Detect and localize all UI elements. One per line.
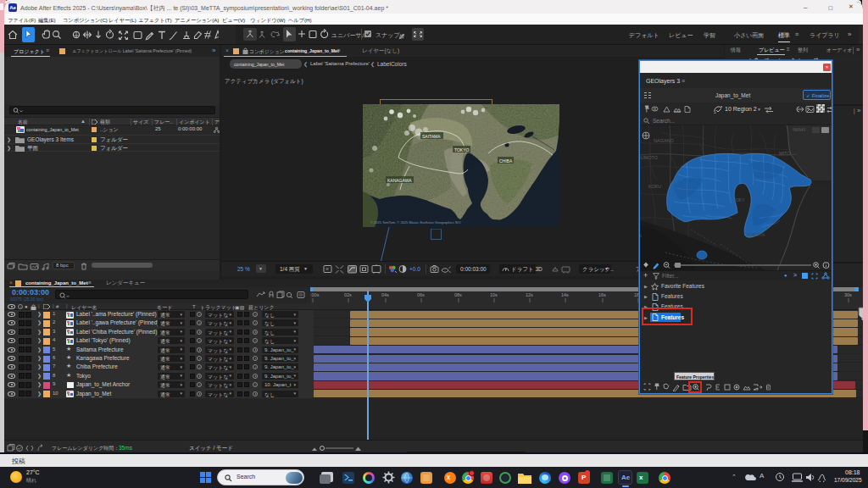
svg-text:SUMOTO: SUMOTO xyxy=(640,155,659,160)
svg-text:© 2025 TomTom, © 2025 Maxar, E: © 2025 TomTom, © 2025 Maxar, Earthstar G… xyxy=(370,220,461,225)
svg-text:NAGANO: NAGANO xyxy=(654,138,675,143)
svg-text:TOKY: TOKY xyxy=(733,197,745,202)
svg-text:KOFU: KOFU xyxy=(648,184,661,189)
svg-text:SAITAMA: SAITAMA xyxy=(422,134,441,139)
svg-text:MITO: MITO xyxy=(779,151,791,156)
svg-text:KANAGAWA: KANAGAWA xyxy=(387,178,412,183)
svg-text:IWAKI: IWAKI xyxy=(793,127,806,132)
svg-text:TOKYO: TOKYO xyxy=(454,147,470,152)
svg-text:CHIBA: CHIBA xyxy=(499,158,513,164)
svg-text:YOKOHA: YOKOHA xyxy=(747,232,765,237)
